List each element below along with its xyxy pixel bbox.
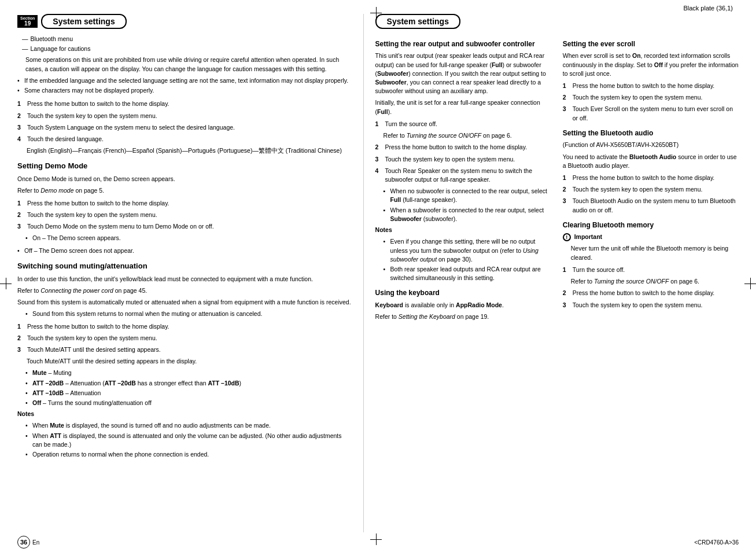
switching-para: Sound from this system is automatically … (17, 298, 352, 307)
bt-audio-intro: You need to activate the Bluetooth Audio… (563, 153, 739, 170)
right-left-sub: Setting the rear output and subwoofer co… (375, 35, 551, 324)
notes-label: Notes (17, 410, 352, 418)
step-num-l4: 4 (17, 135, 24, 143)
clearing-important-text: Never turn the unit off while the Blueto… (571, 244, 739, 262)
demo-on-bullet: • On – The Demo screen appears. (25, 234, 352, 242)
mute-opt-text-1: Mute – Muting (32, 369, 72, 377)
switching-refer: Refer to Connecting the power cord on pa… (17, 286, 352, 295)
step-text-sw1: Press the home button to switch to the h… (27, 322, 169, 331)
step-lang-4: 4 Touch the desired language. (17, 135, 352, 143)
off-text: Off – The Demo screen does not appear. (24, 246, 134, 255)
rear-sub-note-1: ▪ When no subwoofer is connected to the … (383, 187, 551, 204)
black-plate-label: Black plate (36,1) (683, 5, 733, 12)
step-ba-1-text: Press the home button to switch to the h… (573, 174, 715, 182)
step-num-d3: 3 (17, 222, 24, 231)
rear-sub-note-text-2: When a subwoofer is connected to the rea… (390, 206, 551, 223)
right-content-right: Setting the ever scroll When ever scroll… (563, 39, 739, 310)
step-es-3-text: Touch Ever Scroll on the system menu to … (573, 105, 739, 122)
left-content: — Bluetooth menu — Language for cautions… (17, 35, 352, 459)
ever-scroll-heading: Setting the ever scroll (563, 39, 739, 49)
step-sw-3: 3 Touch Mute/ATT until the desired setti… (17, 345, 352, 354)
note-1: • When Mute is displayed, the sound is t… (25, 421, 352, 430)
step-sw-1: 1 Press the home button to switch to the… (17, 322, 352, 331)
bt-audio-note: (Function of AVH-X5650BT/AVH-X2650BT) (563, 141, 739, 149)
step-cl-3-text: Touch the system key to open the system … (573, 301, 703, 310)
step-demo-2: 2 Touch the system key to open the syste… (17, 211, 352, 219)
rear-note-text-2: Both rear speaker lead outputs and RCA r… (390, 265, 551, 282)
step-lang-1: 1 Press the home button to switch to the… (17, 100, 352, 108)
clearing-heading: Clearing Bluetooth memory (563, 220, 739, 230)
step-rear-4: 4 Touch Rear Speaker on the system menu … (375, 167, 551, 184)
ever-scroll-steps: 1 Press the home button to switch to the… (563, 82, 739, 123)
page-number: 36 (17, 536, 30, 549)
note-3: • Operation returns to normal when the p… (25, 450, 352, 459)
bullet-text-1: If the embedded language and the selecte… (24, 76, 348, 85)
bullet-dot-2: • (17, 86, 22, 95)
note-2: • When ATT is displayed, the sound is at… (25, 432, 352, 449)
right-two-col: Setting the rear output and subwoofer co… (375, 35, 739, 324)
rear-intro: This unit's rear output (rear speaker le… (375, 51, 551, 95)
language-choices: English (English)—Français (French)—Espa… (27, 146, 352, 155)
rear-note-2: • Both rear speaker lead outputs and RCA… (383, 265, 551, 282)
switching-intro: In order to use this function, the unit'… (17, 275, 352, 284)
step-demo-3: 3 Touch Demo Mode on the system menu to … (17, 222, 352, 231)
step-ba-3: 3 Touch Bluetooth Audio on the system me… (563, 197, 739, 214)
mute-opt-text-2: ATT –20dB – Attenuation (ATT –20dB has a… (32, 379, 241, 388)
demo-refer: Refer to Demo mode on page 5. (17, 186, 352, 195)
step-cl-2: 2 Press the home button to switch to the… (563, 289, 739, 297)
bullet-text-2: Some characters may not be displayed pro… (24, 86, 154, 95)
note-text-2: When ATT is displayed, the sound is atte… (32, 432, 352, 449)
left-section-header: Section 19 System settings (17, 14, 352, 29)
mute-opt-1: • Mute – Muting (25, 369, 352, 377)
step-lang-3: 3 Touch System Language on the system me… (17, 123, 352, 132)
crosshair-mid-right (744, 278, 756, 289)
keyboard-intro: Keyboard is available only in AppRadio M… (375, 301, 551, 310)
keyboard-heading: Using the keyboard (375, 288, 551, 298)
rear-notes-list: • Even if you change this setting, there… (383, 237, 551, 282)
note-text-3: Operation returns to normal when the pho… (32, 450, 209, 459)
mute-opt-text-3: ATT –10dB – Attenuation (32, 389, 101, 398)
right-section-title: System settings (375, 14, 460, 29)
step-es-1: 1 Press the home button to switch to the… (563, 82, 739, 90)
step-rear-3-text: Touch the system key to open the system … (385, 155, 515, 164)
sound-normal-bullet: • Sound from this system returns to norm… (25, 310, 352, 318)
switching-heading: Switching sound muting/attenuation (17, 261, 352, 272)
rear-note: Initially, the unit is set for a rear fu… (375, 98, 551, 116)
dash-2: — (22, 45, 28, 53)
rear-note-1: • Even if you change this setting, there… (383, 237, 551, 264)
mute-opt-4: • Off – Turns the sound muting/attenuati… (25, 399, 352, 407)
section-label: Section 19 (17, 15, 38, 28)
step-text-sw2: Touch the system key to open the system … (27, 334, 157, 343)
step-es-1-text: Press the home button to switch to the h… (573, 82, 715, 90)
bullet-2: • Some characters may not be displayed p… (17, 86, 352, 95)
step-num-sw1: 1 (17, 322, 24, 331)
dash-text-2: Language for cautions (31, 45, 91, 53)
main-columns: Section 19 System settings — Bluetooth m… (0, 14, 756, 532)
notes-list: • When Mute is displayed, the sound is t… (25, 421, 352, 459)
rear-output-heading: Setting the rear output and subwoofer co… (375, 39, 551, 49)
mute-opt-3: • ATT –10dB – Attenuation (25, 389, 352, 398)
off-item: • Off – The Demo screen does not appear. (17, 246, 352, 255)
sound-normal-item: • Sound from this system returns to norm… (25, 310, 352, 318)
right-section-header: System settings (375, 14, 739, 29)
dash-text-1: Bluetooth menu (31, 35, 73, 43)
step-text-d2: Touch the system key to open the system … (27, 211, 157, 219)
bullet-1: • If the embedded language and the selec… (17, 76, 352, 85)
ever-scroll-intro: When ever scroll is set to On, recorded … (563, 51, 739, 78)
crosshair-bottom (370, 533, 382, 545)
step-text-sw3: Touch Mute/ATT until the desired setting… (27, 345, 161, 354)
important-icon: ! (563, 233, 571, 241)
step-text-l4: Touch the desired language. (27, 135, 104, 143)
step-rear-4-text: Touch Rear Speaker on the system menu to… (385, 167, 551, 184)
bullet-sn: • (25, 310, 30, 318)
step-text-d1: Press the home button to switch to the h… (27, 199, 169, 208)
mute-att-intro: Touch Mute/ATT until the desired setting… (27, 357, 352, 366)
step-num-l3: 3 (17, 123, 24, 132)
bt-audio-steps: 1 Press the home button to switch to the… (563, 174, 739, 215)
clearing-refer: Refer to Turning the source ON/OFF on pa… (571, 277, 739, 286)
left-column: Section 19 System settings — Bluetooth m… (17, 14, 364, 532)
dash-item-1: — Bluetooth menu (22, 35, 352, 43)
keyboard-refer: Refer to Setting the Keyboard on page 19… (375, 312, 551, 321)
step-rear-2: 2 Press the home button to switch to the… (375, 143, 551, 152)
clearing-important-block: ! Important (563, 233, 739, 241)
